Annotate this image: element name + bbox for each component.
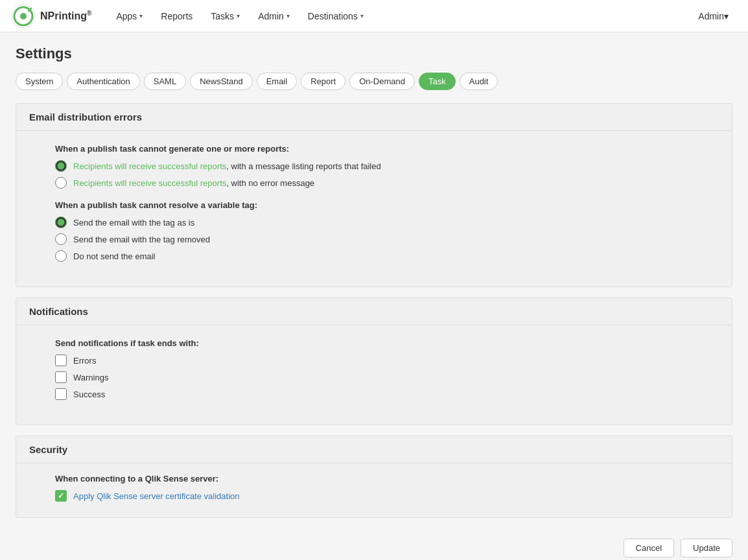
brand-name: NPrinting®	[40, 10, 91, 22]
nav-item-tasks[interactable]: Tasks ▾	[202, 0, 249, 32]
radio-option-2a[interactable]: Send the email with the tag as is	[55, 216, 719, 228]
radio-group-1: When a publish task cannot generate one …	[55, 144, 719, 189]
email-errors-body: When a publish task cannot generate one …	[16, 131, 732, 286]
radio-option-1b[interactable]: Recipients will receive successful repor…	[55, 177, 719, 189]
question-1-label: When a publish task cannot generate one …	[55, 144, 719, 154]
radio-2a-label[interactable]: Send the email with the tag as is	[73, 218, 194, 228]
tab-on-demand[interactable]: On-Demand	[349, 73, 415, 90]
tab-audit[interactable]: Audit	[460, 73, 498, 90]
radio-option-1a[interactable]: Recipients will receive successful repor…	[55, 160, 719, 172]
checkbox-success-input[interactable]	[55, 388, 67, 400]
nav-items: Apps ▾ Reports Tasks ▾ Admin ▾ Destinati…	[107, 0, 689, 32]
checkbox-errors[interactable]: Errors	[55, 355, 719, 366]
page-content: Settings SystemAuthenticationSAMLNewsSta…	[0, 32, 748, 560]
security-checkbox-label[interactable]: Apply Qlik Sense server certificate vali…	[73, 491, 240, 501]
navbar: NPrinting® Apps ▾ Reports Tasks ▾ Admin …	[0, 0, 748, 32]
checkbox-errors-input[interactable]	[55, 355, 67, 366]
security-section: Security When connecting to a Qlik Sense…	[16, 436, 732, 518]
admin-menu[interactable]: Admin ▾	[689, 11, 738, 21]
email-errors-header: Email distribution errors	[16, 104, 732, 131]
radio-group-2: When a publish task cannot resolve a var…	[55, 200, 719, 262]
radio-1a-label[interactable]: Recipients will receive successful repor…	[73, 161, 381, 171]
tab-authentication[interactable]: Authentication	[67, 73, 139, 90]
chevron-down-icon: ▾	[237, 12, 240, 19]
security-question: When connecting to a Qlik Sense server:	[55, 474, 719, 484]
settings-tabs: SystemAuthenticationSAMLNewsStandEmailRe…	[16, 73, 732, 90]
security-header: Security	[16, 436, 732, 463]
notifications-section: Notifications Send notifications if task…	[16, 298, 732, 425]
radio-2c-input[interactable]	[55, 250, 67, 262]
update-button[interactable]: Update	[681, 539, 732, 557]
chevron-down-icon: ▾	[139, 12, 143, 19]
email-errors-section: Email distribution errors When a publish…	[16, 103, 732, 287]
checkbox-warnings[interactable]: Warnings	[55, 371, 719, 383]
question-2-label: When a publish task cannot resolve a var…	[55, 200, 719, 210]
page-title: Settings	[16, 45, 732, 62]
checkbox-warnings-input[interactable]	[55, 371, 67, 383]
security-body: When connecting to a Qlik Sense server: …	[16, 463, 732, 517]
cancel-button[interactable]: Cancel	[624, 539, 674, 557]
radio-option-2c[interactable]: Do not send the email	[55, 250, 719, 262]
qlik-icon	[10, 3, 36, 29]
checkbox-success[interactable]: Success	[55, 388, 719, 400]
nav-right: Admin ▾	[689, 11, 738, 21]
security-checkbox-option[interactable]: Apply Qlik Sense server certificate vali…	[55, 490, 719, 502]
tab-email[interactable]: Email	[257, 73, 298, 90]
notifications-checkbox-group: Send notifications if task ends with: Er…	[55, 338, 719, 400]
nav-item-reports[interactable]: Reports	[152, 0, 202, 32]
security-checkbox-checked-icon	[55, 490, 67, 502]
radio-2a-input[interactable]	[55, 216, 67, 228]
brand-logo[interactable]: NPrinting®	[10, 3, 91, 29]
tab-task[interactable]: Task	[419, 73, 456, 90]
tab-newsstand[interactable]: NewsStand	[190, 73, 252, 90]
radio-option-2b[interactable]: Send the email with the tag removed	[55, 233, 719, 245]
footer-buttons: Cancel Update	[16, 528, 732, 560]
radio-2b-input[interactable]	[55, 233, 67, 245]
checkbox-errors-label[interactable]: Errors	[73, 356, 96, 366]
radio-2b-label[interactable]: Send the email with the tag removed	[73, 235, 210, 244]
svg-point-2	[20, 13, 27, 19]
notifications-question: Send notifications if task ends with:	[55, 338, 719, 348]
notifications-body: Send notifications if task ends with: Er…	[16, 325, 732, 425]
checkbox-success-label[interactable]: Success	[73, 390, 105, 399]
tab-saml[interactable]: SAML	[144, 73, 186, 90]
nav-item-destinations[interactable]: Destinations ▾	[299, 0, 373, 32]
chevron-down-icon: ▾	[724, 11, 729, 21]
radio-2c-label[interactable]: Do not send the email	[73, 251, 155, 261]
chevron-down-icon: ▾	[360, 12, 364, 19]
nav-item-apps[interactable]: Apps ▾	[107, 0, 152, 32]
radio-1b-label[interactable]: Recipients will receive successful repor…	[73, 178, 314, 188]
checkbox-warnings-label[interactable]: Warnings	[73, 373, 108, 382]
nav-item-admin[interactable]: Admin ▾	[249, 0, 299, 32]
radio-1b-input[interactable]	[55, 177, 67, 189]
radio-1a-input[interactable]	[55, 160, 67, 172]
notifications-header: Notifications	[16, 298, 732, 325]
tab-report[interactable]: Report	[301, 73, 345, 90]
chevron-down-icon: ▾	[286, 12, 290, 19]
tab-system[interactable]: System	[16, 73, 63, 90]
